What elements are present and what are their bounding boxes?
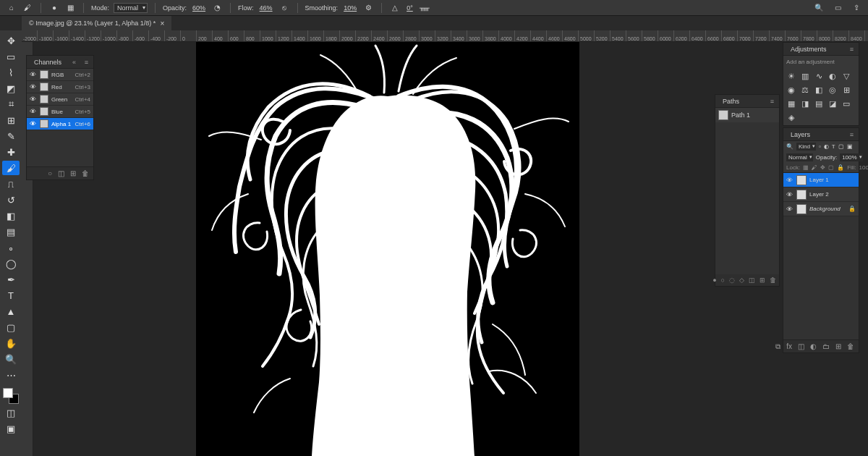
opacity-field[interactable]: 60%	[191, 4, 207, 12]
brush-tool-icon[interactable]: 🖌	[2, 161, 20, 175]
filter-type-icon[interactable]: T	[832, 143, 835, 150]
paths-tab[interactable]: Paths	[720, 98, 742, 105]
angle-icon[interactable]: △	[389, 2, 401, 14]
bw-icon[interactable]: ◧	[814, 85, 824, 95]
symmetry-icon[interactable]: ᚅ	[419, 2, 430, 14]
visibility-eye-icon[interactable]: 👁	[786, 191, 793, 198]
new-adjustment-icon[interactable]: ◐	[810, 342, 817, 350]
hand-tool-icon[interactable]: ✋	[2, 336, 20, 350]
lock-all-icon[interactable]: 🔒	[837, 164, 844, 171]
visibility-eye-icon[interactable]: 👁	[30, 108, 37, 115]
layer-opacity-field[interactable]: 100%	[840, 153, 862, 161]
fill-field[interactable]: 100%	[859, 164, 868, 171]
invert-icon[interactable]: ◨	[800, 98, 810, 109]
new-channel-icon[interactable]: ⊞	[70, 169, 76, 177]
channel-row[interactable]: 👁BlueCtrl+5	[27, 106, 93, 118]
path-to-selection-icon[interactable]: ◌	[729, 276, 735, 284]
blur-tool-icon[interactable]: ∘	[2, 240, 20, 255]
channel-thumbnail[interactable]	[40, 107, 48, 116]
paths-panel-header[interactable]: Paths ≡	[715, 95, 779, 108]
heal-tool-icon[interactable]: ✚	[2, 145, 20, 159]
channel-row[interactable]: 👁Alpha 1Ctrl+6	[27, 118, 93, 130]
gradient-tool-icon[interactable]: ▤	[2, 224, 20, 239]
panel-menu-icon[interactable]: ≡	[770, 98, 775, 105]
visibility-eye-icon[interactable]: 👁	[30, 83, 37, 90]
filter-shape-icon[interactable]: ▢	[838, 143, 844, 150]
marquee-tool-icon[interactable]: ▭	[2, 49, 20, 64]
layer-row[interactable]: 👁Layer 2	[783, 187, 859, 202]
lock-artboard-icon[interactable]: ▢	[828, 164, 834, 171]
layer-thumbnail[interactable]	[796, 190, 807, 200]
eyedropper-tool-icon[interactable]: ✎	[2, 129, 20, 143]
quick-mask-icon[interactable]: ◫	[2, 405, 20, 420]
path-row[interactable]: Path 1	[715, 108, 779, 122]
photo-filter-icon[interactable]: ◎	[827, 85, 838, 95]
brightness-icon[interactable]: ☀	[786, 71, 796, 81]
load-selection-icon[interactable]: ○	[48, 169, 52, 177]
edit-toolbar-icon[interactable]: ⋯	[2, 368, 20, 382]
fill-path-icon[interactable]: ●	[712, 276, 716, 284]
foreground-swatch[interactable]	[3, 388, 13, 398]
link-layers-icon[interactable]: ⧉	[775, 342, 780, 351]
lock-image-icon[interactable]: 🖌	[812, 164, 817, 171]
lock-transparency-icon[interactable]: ▦	[803, 164, 809, 171]
move-tool-icon[interactable]: ✥	[2, 33, 20, 48]
frame-tool-icon[interactable]: ⊞	[2, 113, 20, 127]
posterize-icon[interactable]: ▤	[814, 98, 824, 109]
visibility-eye-icon[interactable]: 👁	[786, 177, 793, 184]
lasso-tool-icon[interactable]: ⌇	[2, 65, 20, 80]
add-mask-path-icon[interactable]: ◫	[749, 276, 755, 284]
channel-thumbnail[interactable]	[40, 83, 48, 91]
brush-tool-indicator-icon[interactable]: 🖌	[22, 2, 33, 14]
screen-mode-icon[interactable]: ▣	[2, 421, 20, 436]
stamp-tool-icon[interactable]: ⎍	[2, 177, 20, 191]
flow-field[interactable]: 46%	[258, 4, 274, 12]
search-icon[interactable]: 🔍	[813, 2, 825, 14]
crop-tool-icon[interactable]: ⌗	[2, 97, 20, 111]
channel-mixer-icon[interactable]: ⊞	[841, 85, 851, 95]
airbrush-icon[interactable]: ⎋	[278, 2, 290, 14]
share-icon[interactable]: ⇪	[851, 2, 862, 14]
color-balance-icon[interactable]: ⚖	[800, 85, 810, 95]
panel-menu-icon[interactable]: ≡	[850, 46, 854, 53]
adjustments-tab[interactable]: Adjustments	[788, 46, 830, 53]
channel-row[interactable]: 👁GreenCtrl+4	[27, 93, 93, 106]
curves-icon[interactable]: ∿	[814, 71, 824, 81]
canvas-document[interactable]	[196, 42, 579, 456]
filter-smart-icon[interactable]: ▣	[847, 143, 853, 150]
layer-thumbnail[interactable]	[796, 175, 807, 185]
angle-field[interactable]: 0°	[405, 4, 414, 12]
channel-thumbnail[interactable]	[40, 95, 48, 104]
path-select-tool-icon[interactable]: ▲	[2, 304, 20, 318]
layer-fx-icon[interactable]: fx	[786, 342, 792, 350]
vibrance-icon[interactable]: ▽	[841, 71, 851, 81]
hue-sat-icon[interactable]: ◉	[786, 85, 796, 95]
channel-row[interactable]: 👁RGBCtrl+2	[27, 69, 93, 81]
layers-tab[interactable]: Layers	[788, 131, 813, 138]
pen-tool-icon[interactable]: ✒	[2, 272, 20, 287]
object-select-tool-icon[interactable]: ◩	[2, 81, 20, 96]
dodge-tool-icon[interactable]: ◯	[2, 256, 20, 271]
color-lookup-icon[interactable]: ▦	[786, 98, 796, 109]
filter-pixel-icon[interactable]: ▫	[819, 143, 821, 150]
home-icon[interactable]: ⌂	[6, 2, 17, 14]
smoothing-field[interactable]: 10%	[342, 4, 358, 12]
eraser-tool-icon[interactable]: ◧	[2, 208, 20, 223]
channel-thumbnail[interactable]	[40, 119, 48, 128]
threshold-icon[interactable]: ◪	[827, 98, 838, 109]
layer-row[interactable]: 👁Background🔒	[783, 202, 859, 216]
add-mask-icon[interactable]: ◫	[798, 342, 804, 350]
stroke-path-icon[interactable]: ○	[721, 276, 725, 284]
visibility-eye-icon[interactable]: 👁	[30, 71, 37, 78]
color-swatches[interactable]	[3, 388, 19, 404]
type-tool-icon[interactable]: T	[2, 288, 20, 303]
path-thumbnail[interactable]	[718, 110, 728, 120]
save-selection-icon[interactable]: ◫	[58, 169, 64, 177]
layers-panel-header[interactable]: Layers ≡	[783, 128, 859, 141]
close-tab-icon[interactable]: ×	[160, 20, 164, 28]
document-tab[interactable]: © Image.jpg @ 23.1% (Layer 1, Alpha 1/8)…	[22, 16, 171, 30]
horizontal-ruler[interactable]: -2000-1800-1600-1400-1200-1000-800-600-4…	[22, 30, 868, 42]
history-brush-tool-icon[interactable]: ↺	[2, 193, 20, 207]
selective-color-icon[interactable]: ◈	[786, 112, 796, 122]
smoothing-options-gear-icon[interactable]: ⚙	[362, 2, 374, 14]
